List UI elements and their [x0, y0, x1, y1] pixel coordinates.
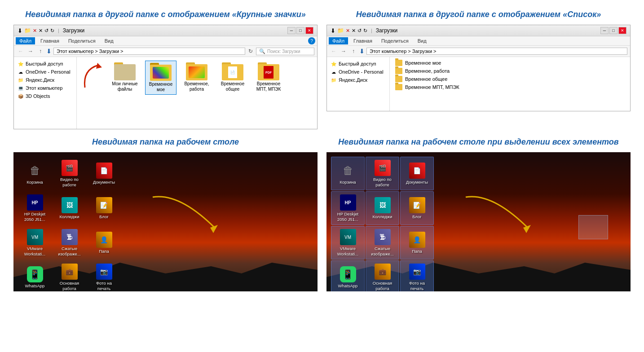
- close-btn-r[interactable]: ✕: [618, 27, 626, 34]
- desktop-icon-video[interactable]: 🎬 Видео по работе: [53, 157, 86, 190]
- desktop-icon-whatsapp-r[interactable]: 📱 WhatsApp: [331, 260, 365, 291]
- titlebar-folder-icon: 📁: [24, 27, 31, 34]
- desktop-icon-blog[interactable]: 📝 Блог: [87, 191, 121, 225]
- sidebar-item-onedrive-r[interactable]: ☁ OneDrive - Personal: [329, 68, 388, 76]
- desktop-icon-coll[interactable]: 🖼 Колледжи: [53, 191, 86, 225]
- file-label-temp-me: Временное мое: [147, 82, 174, 92]
- desktop-icon-hp-r[interactable]: HP HP Deskjet 2050 J51...: [331, 191, 365, 225]
- menu-file-r[interactable]: Файл: [329, 37, 348, 44]
- address-bar-r[interactable]: Этот компьютер > Загрузки >: [366, 48, 627, 55]
- desktop-icon-osnova[interactable]: 💼 Основная работа: [53, 260, 86, 291]
- menu-main[interactable]: Главная: [37, 37, 63, 44]
- explorer-body-r: ⭐ Быстрый доступ ☁ OneDrive - Personal 📁…: [327, 57, 630, 111]
- desktop-icon-vmware-r[interactable]: VM VMware Workstati...: [331, 226, 365, 260]
- file-item-temp-work[interactable]: Временное, работа: [181, 61, 212, 94]
- desktop-label-osnova: Основная работа: [54, 281, 84, 291]
- window-controls-r: ─ □ ✕: [600, 27, 626, 34]
- desktop-icon-recycle[interactable]: 🗑 Корзина: [18, 157, 52, 190]
- menu-file[interactable]: Файл: [16, 37, 35, 44]
- nav-down-icon-r: ⬇: [359, 48, 365, 55]
- menu-main-r[interactable]: Главная: [350, 37, 376, 44]
- sidebar-item-computer[interactable]: 💻 Этот компьютер: [16, 84, 75, 92]
- desktop-label-papa: Папа: [99, 249, 109, 254]
- minimize-btn[interactable]: ─: [287, 27, 296, 34]
- zip-img-r: 🗜: [375, 229, 391, 245]
- list-item-1[interactable]: Временное, работа: [393, 67, 626, 75]
- sidebar-item-3d[interactable]: 📦 3D Objects: [16, 92, 75, 100]
- sidebar-item-yandex[interactable]: 📁 Яндекс.Диск: [16, 76, 75, 84]
- list-label-2: Временное общее: [405, 76, 447, 82]
- sidebar-item-onedrive[interactable]: ☁ OneDrive - Personal: [16, 68, 75, 76]
- list-label-0: Временное мое: [405, 60, 441, 66]
- desktop-label-docs-r: Документы: [406, 180, 428, 185]
- search-icon: 🔍: [259, 48, 265, 54]
- folder-icon-temp-work: [186, 62, 207, 80]
- sidebar-label-3d: 3D Objects: [26, 93, 50, 99]
- sidebar-item-quickaccess[interactable]: ⭐ Быстрый доступ: [16, 60, 75, 68]
- coll-img-r: 🖼: [375, 197, 391, 213]
- desktop-icon-vmware[interactable]: VM VMware Workstati...: [18, 226, 52, 260]
- desktop-icon-papa[interactable]: 👤 Папа: [87, 226, 121, 260]
- desktop-icon-whatsapp[interactable]: 📱 WhatsApp: [18, 260, 52, 291]
- refresh-btn[interactable]: ↻: [247, 48, 254, 55]
- coll-icon-box-r: 🖼: [375, 197, 391, 213]
- list-item-0[interactable]: Временное мое: [393, 59, 626, 67]
- desktop-icon-docs[interactable]: 📄 Документы: [87, 157, 121, 190]
- desktop-icon-osnova-r[interactable]: 💼 Основная работа: [366, 260, 399, 291]
- zip-img: 🗜: [62, 229, 78, 245]
- quickaccess-icon-r: ⭐: [331, 61, 337, 67]
- desktop-icon-video-r[interactable]: 🎬 Видео по работе: [366, 157, 399, 190]
- desktop-icon-recycle-r[interactable]: 🗑 Корзина: [331, 157, 365, 190]
- content-area-large: Мои личные файлы Временное мое: [77, 57, 317, 129]
- address-bar[interactable]: Этот компьютер > Загрузки >: [53, 48, 245, 55]
- up-btn-r[interactable]: ↑: [349, 47, 357, 55]
- yellow-arrow-left: [144, 188, 225, 242]
- search-bar[interactable]: 🔍 Поиск: Загрузки: [256, 48, 314, 55]
- desktop-icon-hp[interactable]: HP HP Deskjet 2050 J51...: [18, 191, 52, 225]
- desktop-icon-zip[interactable]: 🗜 Сжатые изображе...: [53, 226, 86, 260]
- desktop-label-korz-r: Корзина: [340, 180, 356, 185]
- forward-btn[interactable]: →: [26, 47, 35, 55]
- menu-view-r[interactable]: Вид: [414, 37, 430, 44]
- maximize-btn-r[interactable]: □: [609, 27, 618, 34]
- list-item-3[interactable]: Временное МПТ, МПЭК: [393, 83, 626, 91]
- docs-img-r: 📄: [409, 163, 425, 179]
- desktop-icon-blog-r[interactable]: 📝 Блог: [400, 191, 434, 225]
- file-item-temp-mpt[interactable]: PDF Временное МПТ, МПЭК: [253, 61, 284, 94]
- desktop-icon-photo-r[interactable]: 📷 Фото на печать: [400, 260, 434, 291]
- list-label-1: Временное, работа: [405, 68, 450, 74]
- title-top-left: Невидимая папка в другой папке с отображ…: [13, 8, 318, 21]
- desktop-icon-coll-r[interactable]: 🖼 Колледжи: [366, 191, 399, 225]
- menu-share[interactable]: Поделиться: [65, 37, 99, 44]
- back-btn-r[interactable]: ←: [330, 47, 338, 55]
- desktop-label-hp-r: HP Deskjet 2050 J51...: [333, 211, 362, 222]
- desktop-label-video-r: Видео по работе: [368, 177, 397, 187]
- explorer-titlebar: ⬇ 📁 ✕ ✕ ↺ ↻ | Загрузки ─ □ ✕: [14, 25, 317, 36]
- maximize-btn[interactable]: □: [296, 27, 304, 34]
- close-btn[interactable]: ✕: [305, 27, 313, 34]
- sidebar-item-yandex-r[interactable]: 📁 Яндекс.Диск: [329, 76, 388, 84]
- desktop-label-video: Видео по работе: [54, 177, 84, 187]
- video-icon-box: 🎬: [62, 160, 78, 176]
- list-item-2[interactable]: Временное общее: [393, 75, 626, 83]
- folder-small-1: [395, 68, 402, 74]
- sidebar-item-quickaccess-r[interactable]: ⭐ Быстрый доступ: [329, 60, 388, 68]
- forward-btn-r[interactable]: →: [340, 47, 348, 55]
- up-btn[interactable]: ↑: [36, 47, 44, 55]
- file-item-personal[interactable]: Мои личные файлы: [109, 61, 141, 94]
- titlebar-nav-icon: ⬇: [18, 27, 22, 34]
- papa-icon-box-r: 👤: [409, 232, 425, 248]
- desktop-icon-zip-r[interactable]: 🗜 Сжатые изображе...: [366, 226, 399, 260]
- desktop-icon-docs-r[interactable]: 📄 Документы: [400, 157, 434, 190]
- file-item-temp-common[interactable]: 📄 Временное общее: [217, 61, 248, 94]
- help-icon[interactable]: ?: [308, 37, 315, 44]
- file-item-temp-me[interactable]: Временное мое: [145, 61, 176, 95]
- desktop-icon-papa-r[interactable]: 👤 Папа: [400, 226, 434, 260]
- desktop-icon-photo[interactable]: 📷 Фото на печать: [87, 260, 121, 291]
- sidebar-label-quickaccess-r: Быстрый доступ: [339, 61, 376, 66]
- back-btn[interactable]: ←: [17, 47, 25, 55]
- desktop-label-blog: Блог: [99, 214, 109, 219]
- menu-share-r[interactable]: Поделиться: [378, 37, 412, 44]
- minimize-btn-r[interactable]: ─: [600, 27, 609, 34]
- menu-view[interactable]: Вид: [101, 37, 117, 44]
